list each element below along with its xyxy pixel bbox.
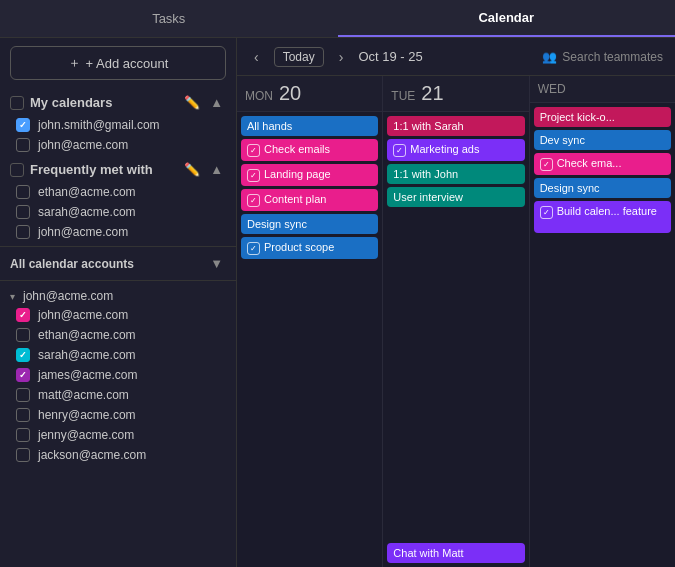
event-title-1-1-john: 1:1 with John bbox=[393, 168, 458, 180]
next-week-button[interactable]: › bbox=[334, 47, 349, 67]
acct-john-jackson[interactable]: jackson@acme.com bbox=[0, 445, 236, 465]
my-calendars-title: My calendars bbox=[10, 95, 112, 110]
freq-ethan[interactable]: ethan@acme.com bbox=[0, 182, 236, 202]
my-calendar-john-smith[interactable]: ✓ john.smith@gmail.com bbox=[0, 115, 236, 135]
add-account-button[interactable]: ＋ + Add account bbox=[10, 46, 226, 80]
event-check-icon-landing-page[interactable]: ✓ bbox=[247, 169, 260, 182]
event-check-email-wed[interactable]: ✓ Check ema... bbox=[534, 153, 671, 175]
day-col-tue: Tue 21 1:1 with Sarah ✓ Marketing ads 1:… bbox=[383, 76, 529, 567]
day-events-wed: Project kick-o... Dev sync ✓ Check ema..… bbox=[530, 103, 675, 567]
all-accounts-header: All calendar accounts ▼ bbox=[0, 246, 236, 281]
calendar-header: ‹ Today › Oct 19 - 25 👥 Search teammates bbox=[237, 38, 675, 76]
checkbox-section-my[interactable] bbox=[10, 96, 24, 110]
checkbox-acct-jackson[interactable] bbox=[16, 448, 30, 462]
event-title-all-hands: All hands bbox=[247, 120, 292, 132]
freq-sarah[interactable]: sarah@acme.com bbox=[0, 202, 236, 222]
event-title-marketing-ads: Marketing ads bbox=[410, 143, 479, 155]
checkbox-acct-henry[interactable] bbox=[16, 408, 30, 422]
prev-week-button[interactable]: ‹ bbox=[249, 47, 264, 67]
event-check-icon-content-plan[interactable]: ✓ bbox=[247, 194, 260, 207]
acct-john-james[interactable]: ✓ james@acme.com bbox=[0, 365, 236, 385]
calendar-area: ‹ Today › Oct 19 - 25 👥 Search teammates… bbox=[237, 38, 675, 567]
event-check-icon-build-calendar[interactable]: ✓ bbox=[540, 206, 553, 219]
checkbox-sarah[interactable] bbox=[16, 205, 30, 219]
my-calendars-section-header: My calendars ✏️ ▲ bbox=[0, 88, 236, 115]
event-dev-sync[interactable]: Dev sync bbox=[534, 130, 671, 150]
day-number-mon: 20 bbox=[279, 82, 301, 105]
account-email-john[interactable]: ▾ john@acme.com bbox=[0, 285, 236, 305]
event-title-check-emails: Check emails bbox=[264, 143, 330, 155]
day-name-tue: Tue bbox=[391, 89, 415, 103]
my-calendar-john-acme[interactable]: john@acme.com bbox=[0, 135, 236, 155]
event-check-icon-check-email-wed[interactable]: ✓ bbox=[540, 158, 553, 171]
event-title-user-interview: User interview bbox=[393, 191, 463, 203]
frequently-met-title: Frequently met with bbox=[10, 162, 153, 177]
plus-icon: ＋ bbox=[68, 54, 81, 72]
sidebar: ＋ + Add account My calendars ✏️ ▲ ✓ john… bbox=[0, 38, 237, 567]
checkbox-acct-ethan[interactable] bbox=[16, 328, 30, 342]
checkbox-acct-james[interactable]: ✓ bbox=[16, 368, 30, 382]
search-teammates-label[interactable]: Search teammates bbox=[562, 50, 663, 64]
event-title-design-sync-mon: Design sync bbox=[247, 218, 307, 230]
collapse-my-calendars-button[interactable]: ▲ bbox=[207, 94, 226, 111]
acct-john-john[interactable]: ✓ john@acme.com bbox=[0, 305, 236, 325]
expand-all-accounts-button[interactable]: ▼ bbox=[207, 255, 226, 272]
event-build-calendar[interactable]: ✓ Build calen... feature bbox=[534, 201, 671, 233]
event-title-dev-sync: Dev sync bbox=[540, 134, 585, 146]
event-title-product-scope: Product scope bbox=[264, 241, 334, 253]
event-check-icon-product-scope[interactable]: ✓ bbox=[247, 242, 260, 255]
checkbox-section-freq[interactable] bbox=[10, 163, 24, 177]
event-title-chat-matt: Chat with Matt bbox=[393, 547, 463, 559]
checkbox-acct-matt[interactable] bbox=[16, 388, 30, 402]
acct-john-ethan[interactable]: ethan@acme.com bbox=[0, 325, 236, 345]
event-title-check-email-wed: Check ema... bbox=[557, 157, 622, 169]
search-teammates-area: 👥 Search teammates bbox=[542, 50, 663, 64]
checkbox-john-acme[interactable] bbox=[16, 138, 30, 152]
tabs-bar: Tasks Calendar bbox=[0, 0, 675, 38]
event-title-landing-page: Landing page bbox=[264, 168, 331, 180]
event-check-icon-marketing-ads[interactable]: ✓ bbox=[393, 144, 406, 157]
checkbox-acct-jenny[interactable] bbox=[16, 428, 30, 442]
tab-tasks[interactable]: Tasks bbox=[0, 0, 338, 37]
acct-john-henry[interactable]: henry@acme.com bbox=[0, 405, 236, 425]
event-content-plan[interactable]: ✓ Content plan bbox=[241, 189, 378, 211]
event-chat-matt[interactable]: Chat with Matt bbox=[387, 543, 524, 563]
checkbox-acct-sarah[interactable]: ✓ bbox=[16, 348, 30, 362]
day-name-wed: Wed bbox=[538, 82, 566, 96]
event-marketing-ads[interactable]: ✓ Marketing ads bbox=[387, 139, 524, 161]
acct-john-matt[interactable]: matt@acme.com bbox=[0, 385, 236, 405]
checkbox-acct-john[interactable]: ✓ bbox=[16, 308, 30, 322]
event-project-kickoff[interactable]: Project kick-o... bbox=[534, 107, 671, 127]
event-landing-page[interactable]: ✓ Landing page bbox=[241, 164, 378, 186]
freq-john[interactable]: john@acme.com bbox=[0, 222, 236, 242]
day-col-wed: Wed Project kick-o... Dev sync ✓ Check e… bbox=[530, 76, 675, 567]
event-title-build-calendar: Build calen... feature bbox=[557, 205, 657, 217]
collapse-freq-button[interactable]: ▲ bbox=[207, 161, 226, 178]
event-check-emails[interactable]: ✓ Check emails bbox=[241, 139, 378, 161]
event-all-hands[interactable]: All hands bbox=[241, 116, 378, 136]
day-number-tue: 21 bbox=[421, 82, 443, 105]
event-1-1-john[interactable]: 1:1 with John bbox=[387, 164, 524, 184]
account-group-john: ▾ john@acme.com ✓ john@acme.com ethan@ac… bbox=[0, 281, 236, 469]
tab-calendar[interactable]: Calendar bbox=[338, 0, 676, 37]
acct-john-sarah[interactable]: ✓ sarah@acme.com bbox=[0, 345, 236, 365]
event-check-icon-check-emails[interactable]: ✓ bbox=[247, 144, 260, 157]
calendar-grid: Mon 20 All hands ✓ Check emails ✓ Landin… bbox=[237, 76, 675, 567]
edit-my-calendars-button[interactable]: ✏️ bbox=[181, 94, 203, 111]
event-1-1-sarah[interactable]: 1:1 with Sarah bbox=[387, 116, 524, 136]
event-user-interview[interactable]: User interview bbox=[387, 187, 524, 207]
edit-freq-button[interactable]: ✏️ bbox=[181, 161, 203, 178]
checkbox-john-smith[interactable]: ✓ bbox=[16, 118, 30, 132]
today-button[interactable]: Today bbox=[274, 47, 324, 67]
checkbox-john-freq[interactable] bbox=[16, 225, 30, 239]
event-product-scope[interactable]: ✓ Product scope bbox=[241, 237, 378, 259]
event-design-sync-mon[interactable]: Design sync bbox=[241, 214, 378, 234]
acct-john-jenny[interactable]: jenny@acme.com bbox=[0, 425, 236, 445]
event-title-content-plan: Content plan bbox=[264, 193, 326, 205]
day-col-mon: Mon 20 All hands ✓ Check emails ✓ Landin… bbox=[237, 76, 383, 567]
main-layout: ＋ + Add account My calendars ✏️ ▲ ✓ john… bbox=[0, 38, 675, 567]
event-design-sync-wed[interactable]: Design sync bbox=[534, 178, 671, 198]
checkbox-ethan[interactable] bbox=[16, 185, 30, 199]
event-title-design-sync-wed: Design sync bbox=[540, 182, 600, 194]
expand-account-icon: ▾ bbox=[10, 291, 15, 302]
